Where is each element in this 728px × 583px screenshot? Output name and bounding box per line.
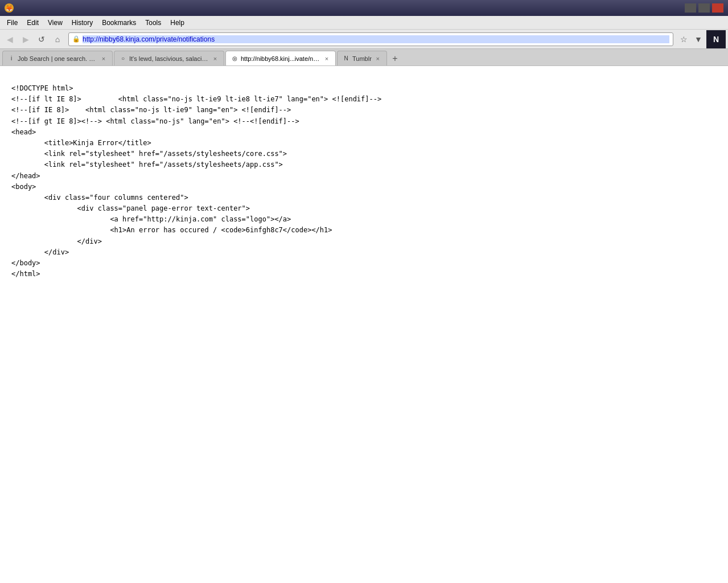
search-icon[interactable]: ▼	[692, 32, 705, 46]
tab-tab4[interactable]: NTumblr×	[337, 51, 387, 65]
tab-tab3[interactable]: ◎http://nibby68.kinj...ivate/notificatio…	[225, 51, 336, 65]
firefox-icon: 🦊	[5, 3, 14, 13]
tab-favicon-tab1: i	[7, 55, 15, 63]
nav-right-icons: ☆ ▼ N	[677, 30, 726, 48]
bookmark-star-icon[interactable]: ☆	[677, 32, 690, 46]
back-button[interactable]: ◀	[2, 32, 17, 47]
tab-close-tab1[interactable]: ×	[100, 55, 108, 63]
tab-tab1[interactable]: iJob Search | one search. all jobs. Inde…	[2, 51, 113, 65]
menu-item-edit[interactable]: Edit	[22, 18, 43, 28]
tab-tab2[interactable]: ○It's lewd, lascivious, salacious, outra…	[114, 51, 224, 65]
reload-button[interactable]: ↺	[34, 32, 49, 47]
maximize-button[interactable]	[698, 3, 710, 13]
menu-item-bookmarks[interactable]: Bookmarks	[97, 18, 141, 28]
tab-label-tab3: http://nibby68.kinj...ivate/notification…	[241, 55, 320, 62]
menu-item-view[interactable]: View	[43, 18, 67, 28]
tab-favicon-tab2: ○	[119, 55, 127, 63]
tab-label-tab2: It's lewd, lascivious, salacious, outrag…	[129, 55, 209, 62]
menu-item-help[interactable]: Help	[166, 18, 189, 28]
title-bar: 🦊	[0, 0, 728, 16]
tab-label-tab4: Tumblr	[352, 55, 372, 62]
tab-close-tab4[interactable]: ×	[374, 55, 382, 63]
tab-close-tab3[interactable]: ×	[323, 55, 331, 63]
forward-button[interactable]: ▶	[18, 32, 33, 47]
tab-label-tab1: Job Search | one search. all jobs. Indee…	[18, 55, 97, 62]
window-controls	[685, 3, 723, 13]
minimize-button[interactable]	[685, 3, 696, 13]
menu-item-history[interactable]: History	[67, 18, 97, 28]
new-tab-button[interactable]: +	[388, 52, 402, 65]
address-lock-icon: 🔒	[72, 35, 80, 43]
menu-item-file[interactable]: File	[2, 18, 22, 28]
tab-close-tab2[interactable]: ×	[211, 55, 219, 63]
menu-bar: FileEditViewHistoryBookmarksToolsHelp	[0, 16, 728, 30]
menu-item-tools[interactable]: Tools	[141, 18, 166, 28]
address-input[interactable]	[83, 35, 669, 43]
home-button[interactable]: ⌂	[50, 32, 65, 47]
tab-favicon-tab4: N	[342, 55, 350, 63]
close-button[interactable]	[712, 3, 723, 13]
tabs-bar: iJob Search | one search. all jobs. Inde…	[0, 49, 728, 66]
navigation-bar: ◀ ▶ ↺ ⌂ 🔒 ☆ ▼ N	[0, 30, 728, 49]
address-bar-container: 🔒	[68, 32, 673, 46]
page-content: <!DOCTYPE html> <!--[if lt IE 8]> <html …	[0, 66, 728, 583]
tab-favicon-tab3: ◎	[231, 55, 238, 63]
source-code-display: <!DOCTYPE html> <!--[if lt IE 8]> <html …	[0, 77, 728, 285]
profile-button[interactable]: N	[706, 30, 726, 48]
